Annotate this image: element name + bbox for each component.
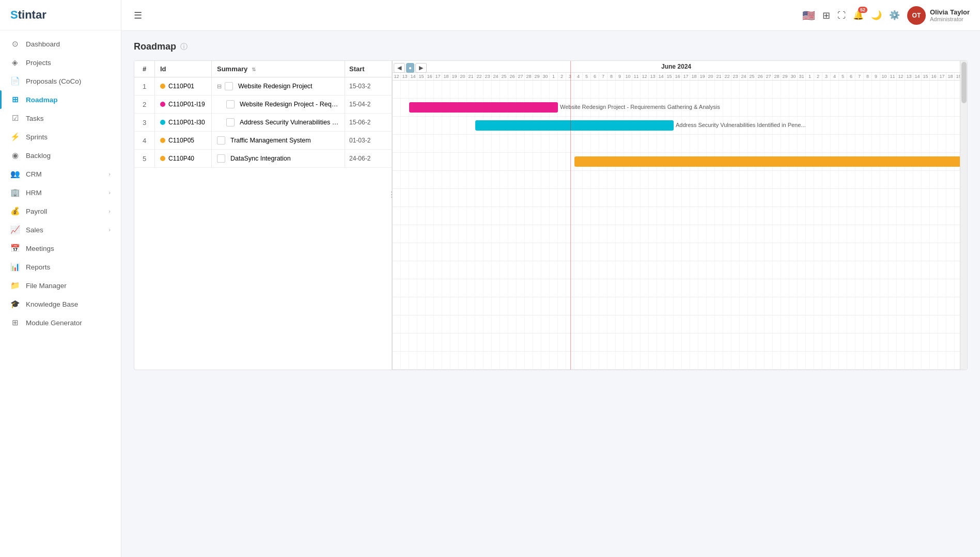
gantt-day-bg — [773, 297, 781, 315]
gantt-day-bg — [583, 81, 591, 98]
flag-icon[interactable]: 🇺🇸 — [802, 9, 815, 22]
gantt-day-bg — [839, 261, 847, 279]
gantt-day-bg — [938, 315, 946, 333]
grid-icon[interactable]: ⊞ — [822, 10, 830, 21]
resize-handle[interactable] — [390, 184, 394, 205]
gantt-day-bg — [748, 225, 756, 243]
sidebar-item-file-manager[interactable]: 📁 File Manager — [0, 276, 121, 295]
gantt-day-bg — [632, 225, 641, 243]
sidebar-item-roadmap[interactable]: ⊞ Roadmap — [0, 90, 121, 109]
checkbox-4[interactable] — [217, 154, 225, 163]
sidebar-item-knowledge-base[interactable]: 🎓 Knowledge Base — [0, 295, 121, 313]
gantt-bar[interactable] — [475, 120, 674, 131]
gantt-day-bg — [409, 315, 417, 333]
gantt-day-bg — [864, 135, 872, 152]
id-text-2: C110P01-I30 — [168, 119, 205, 126]
gantt-day-bg — [442, 279, 450, 297]
sidebar-item-meetings[interactable]: 📅 Meetings — [0, 239, 121, 258]
table-row[interactable]: 5 C110P40 DataSync Integration 24-06-2 — [134, 150, 392, 168]
expand-icon-0[interactable]: ⊟ — [217, 83, 222, 90]
gantt-day-bg — [690, 261, 698, 279]
gantt-day-bg — [839, 225, 847, 243]
gantt-day-bg — [608, 261, 616, 279]
gantt-bar[interactable] — [574, 156, 960, 167]
sidebar-item-hrm[interactable]: 🏢 HRM › — [0, 183, 121, 202]
gantt-day-bg — [541, 243, 550, 261]
gantt-day-bg — [690, 81, 698, 98]
day-label: 10 — [880, 73, 889, 80]
gantt-day-bg — [450, 171, 459, 188]
gantt-day-bg — [905, 171, 913, 188]
gantt-day-bg — [781, 225, 789, 243]
sidebar-item-sales[interactable]: 📈 Sales › — [0, 220, 121, 239]
gantt-day-bg — [426, 189, 434, 206]
gantt-day-bg — [773, 189, 781, 206]
gantt-day-bg — [781, 171, 789, 188]
gantt-day-bg — [955, 243, 960, 261]
sidebar-item-backlog[interactable]: ◉ Backlog — [0, 146, 121, 165]
gantt-day-bg — [889, 279, 897, 297]
gantt-day-bg — [657, 261, 665, 279]
sidebar-item-dashboard[interactable]: ⊙ Dashboard — [0, 35, 121, 53]
hamburger-icon[interactable]: ☰ — [132, 8, 144, 23]
gantt-day-bg — [756, 135, 765, 152]
gantt-day-bg — [467, 315, 475, 333]
table-row[interactable]: 4 C110P05 Traffic Management System 01-0… — [134, 132, 392, 150]
gantt-today-btn[interactable]: ● — [406, 63, 414, 73]
gantt-day-bg — [517, 81, 525, 98]
checkbox-0[interactable] — [225, 82, 233, 90]
checkbox-1[interactable] — [226, 100, 235, 108]
table-row[interactable]: 2 C110P01-I19 Website Redesign Project -… — [134, 96, 392, 114]
gantt-next-btn[interactable]: ▶ — [415, 63, 427, 73]
nav-icon-backlog: ◉ — [10, 151, 20, 160]
sidebar-item-payroll[interactable]: 💰 Payroll › — [0, 202, 121, 220]
gantt-day-bg — [880, 315, 889, 333]
sidebar-item-sprints[interactable]: ⚡ Sprints — [0, 128, 121, 146]
scrollbar[interactable] — [960, 61, 967, 370]
gantt-day-bg — [773, 352, 781, 369]
gantt-day-bg — [839, 117, 847, 134]
gantt-day-bg — [450, 261, 459, 279]
sidebar-item-crm[interactable]: 👥 CRM › — [0, 165, 121, 183]
gantt-day-bg — [417, 225, 426, 243]
sidebar-item-projects[interactable]: ◈ Projects — [0, 53, 121, 72]
gantt-day-bg — [897, 315, 905, 333]
gantt-day-bg — [946, 333, 955, 351]
user-profile[interactable]: OT Olivia Taylor Administrator — [907, 6, 970, 25]
checkbox-2[interactable] — [226, 118, 235, 126]
sidebar-item-proposals[interactable]: 📄 Proposals (CoCo) — [0, 72, 121, 90]
sidebar-item-reports[interactable]: 📊 Reports — [0, 258, 121, 276]
gantt-day-bg — [740, 333, 748, 351]
gantt-bar[interactable] — [409, 102, 558, 113]
gantt-day-bg — [616, 297, 624, 315]
scroll-thumb[interactable] — [961, 62, 967, 103]
gantt-prev-btn[interactable]: ◀ — [394, 63, 405, 73]
gantt-area: ◀ ● ▶ June 2024 121314151617181920212223… — [393, 61, 960, 370]
day-label: 12 — [897, 73, 905, 80]
gantt-day-bg — [641, 135, 649, 152]
checkbox-3[interactable] — [217, 136, 225, 145]
moon-icon[interactable]: 🌙 — [871, 10, 882, 21]
gantt-day-bg — [839, 333, 847, 351]
gantt-day-bg — [756, 333, 765, 351]
layout-icon[interactable]: ⛶ — [837, 11, 846, 20]
gantt-day-bg — [426, 261, 434, 279]
nav-label-crm: CRM — [26, 170, 42, 178]
gantt-day-bg — [913, 333, 922, 351]
gantt-day-bg — [806, 279, 814, 297]
table-row[interactable]: 3 C110P01-I30 Address Security Vulnerabi… — [134, 114, 392, 132]
table-row[interactable]: 1 C110P01 ⊟ Website Redesign Project 15-… — [134, 77, 392, 96]
gantt-day-bg — [599, 333, 608, 351]
gantt-day-bg — [765, 135, 773, 152]
sidebar-item-module-generator[interactable]: ⊞ Module Generator — [0, 313, 121, 332]
sort-icon[interactable]: ⇅ — [252, 67, 256, 72]
gantt-day-bg — [864, 315, 872, 333]
settings-icon[interactable]: ⚙️ — [889, 10, 900, 21]
info-icon[interactable]: ⓘ — [180, 42, 188, 52]
notification-icon[interactable]: 🔔 52 — [853, 10, 864, 21]
gantt-day-bg — [393, 279, 401, 297]
gantt-day-bg — [847, 171, 855, 188]
sidebar-item-tasks[interactable]: ☑ Tasks — [0, 109, 121, 128]
gantt-day-bg — [756, 99, 765, 116]
gantt-day-bg — [616, 315, 624, 333]
